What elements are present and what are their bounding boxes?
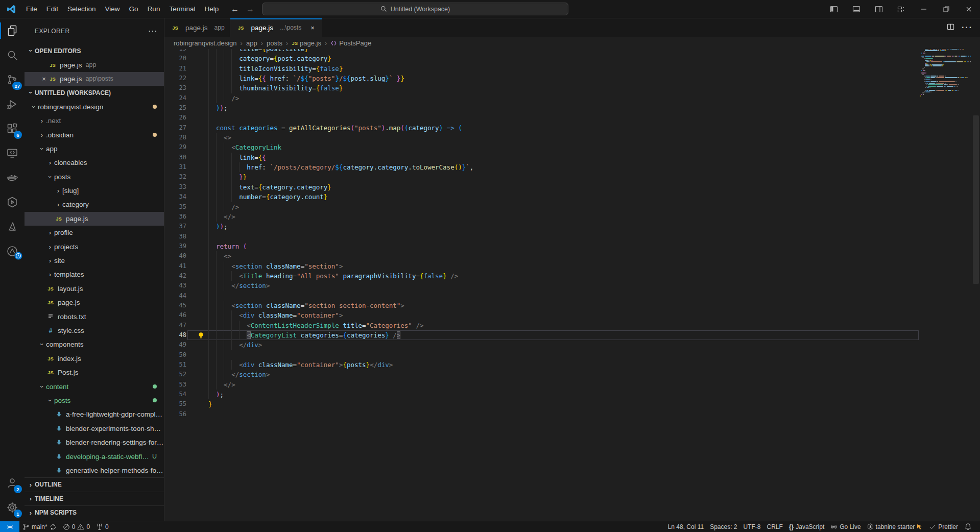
code-line-37[interactable]: 37)); (164, 222, 919, 231)
code-line-36[interactable]: 36</> (164, 212, 919, 222)
tree-folder-profile[interactable]: ›profile (25, 226, 164, 239)
status-item-right-8[interactable] (961, 521, 975, 532)
code-line-43[interactable]: 43</section> (164, 281, 919, 291)
code-line-45[interactable]: 45<section className="section section-co… (164, 301, 919, 310)
tree-file-blender-experiments-toon-shaded...[interactable]: blender-experiments-toon-shaded... (25, 422, 164, 436)
breadcrumb-item[interactable]: app (246, 39, 257, 47)
code-line-20[interactable]: 20category={post.category} (164, 54, 919, 63)
code-line-47[interactable]: 47<ContentListHeaderSimple title="Catego… (164, 321, 919, 330)
code-line-46[interactable]: 46<div className="container"> (164, 310, 919, 320)
minimap[interactable] (920, 44, 971, 98)
status-item-right-3[interactable]: CRLF (764, 521, 786, 532)
tree-file-post.js[interactable]: JSPost.js (25, 366, 164, 379)
code-line-51[interactable]: 51<div className="container">{posts}</di… (164, 360, 919, 370)
tree-folder-app[interactable]: ›app (25, 142, 164, 156)
activity-code-time-icon[interactable] (0, 239, 25, 263)
tree-file-a-free-lightweight-gdpr-compliant...[interactable]: a-free-lightweight-gdpr-compliant... (25, 407, 164, 421)
nav-forward-icon[interactable]: → (246, 5, 254, 14)
code-line-21[interactable]: 21titleIconVisibility={false} (164, 64, 919, 74)
status-item-left-1[interactable]: 00 (60, 521, 93, 532)
section-workspace[interactable]: ›UNTITLED (WORKSPACE) (25, 86, 164, 100)
menu-file[interactable]: File (21, 1, 42, 18)
code-line-56[interactable]: 56 (164, 409, 919, 419)
code-line-33[interactable]: 33text={category.category} (164, 182, 919, 192)
status-item-right-4[interactable]: {}JavaScript (786, 521, 827, 532)
activity-explorer-icon[interactable] (0, 18, 25, 43)
close-icon[interactable]: × (40, 75, 48, 83)
tree-folder-.next[interactable]: ›.next (25, 114, 164, 128)
remote-indicator[interactable]: >< (0, 521, 19, 532)
tree-folder-posts[interactable]: ›posts (25, 394, 164, 407)
code-line-26[interactable]: 26 (164, 113, 919, 123)
tree-folder-cloneables[interactable]: ›cloneables (25, 156, 164, 170)
toggle-primary-sidebar-icon[interactable] (823, 0, 845, 18)
tree-folder-site[interactable]: ›site (25, 254, 164, 268)
tree-folder-content[interactable]: ›content (25, 379, 164, 393)
toggle-secondary-sidebar-icon[interactable] (868, 0, 890, 18)
code-line-31[interactable]: 31href: `/posts/category/${category.cate… (164, 162, 919, 172)
code-line-28[interactable]: 28<> (164, 133, 919, 142)
tree-folder-robingranqvist.design[interactable]: ›robingranqvist.design (25, 100, 164, 114)
open-editor-item[interactable]: ×JSpage.jsapp\posts (25, 72, 164, 86)
tree-folder-projects[interactable]: ›projects (25, 239, 164, 253)
code-line-53[interactable]: 53</> (164, 380, 919, 390)
status-item-right-6[interactable]: tabnine starter (864, 521, 926, 532)
status-item-right-1[interactable]: Spaces: 2 (707, 521, 740, 532)
editor-tab[interactable]: JSpage.js...\posts× (230, 18, 323, 37)
tree-file-index.js[interactable]: JSindex.js (25, 352, 164, 366)
menu-terminal[interactable]: Terminal (164, 1, 200, 18)
breadcrumb-item[interactable]: JSpage.js (292, 39, 321, 47)
menu-view[interactable]: View (101, 1, 125, 18)
menu-help[interactable]: Help (200, 1, 223, 18)
explorer-more-actions-icon[interactable]: ··· (149, 28, 158, 35)
code-line-30[interactable]: 30link={{ (164, 153, 919, 162)
code-line-38[interactable]: 38 (164, 232, 919, 241)
breadcrumb-item[interactable]: posts (267, 39, 282, 47)
code-line-34[interactable]: 34number={category.count} (164, 192, 919, 202)
code-line-49[interactable]: 49</div> (164, 340, 919, 350)
code-line-52[interactable]: 52</section> (164, 370, 919, 379)
status-item-right-5[interactable]: Go Live (827, 521, 864, 532)
tree-file-robots.txt[interactable]: robots.txt (25, 309, 164, 323)
menu-selection[interactable]: Selection (63, 1, 101, 18)
menu-go[interactable]: Go (125, 1, 143, 18)
code-line-25[interactable]: 25)); (164, 103, 919, 113)
activity-source-control-icon[interactable]: 27 (0, 67, 25, 92)
nav-back-icon[interactable]: ← (231, 5, 239, 14)
status-item-left-2[interactable]: 0 (93, 521, 112, 532)
open-editor-item[interactable]: JSpage.jsapp (25, 58, 164, 71)
code-line-24[interactable]: 24/> (164, 93, 919, 103)
status-item-right-7[interactable]: Prettier (926, 521, 961, 532)
status-item-right-0[interactable]: Ln 48, Col 11 (665, 521, 707, 532)
activity-azure-icon[interactable] (0, 214, 25, 239)
breadcrumb-item[interactable]: robingranqvist.design (174, 39, 237, 47)
status-item-left-0[interactable]: main* (19, 521, 60, 532)
code-line-44[interactable]: 44 (164, 291, 919, 301)
code-line-22[interactable]: 22link={{ href: `/${"posts"}/${post.slug… (164, 74, 919, 83)
section-outline[interactable]: ›OUTLINE (25, 477, 164, 491)
tree-folder-.obsidian[interactable]: ›.obsidian (25, 128, 164, 141)
code-line-42[interactable]: 42<Title heading="All posts" paragraphVi… (164, 271, 919, 281)
lightbulb-icon[interactable] (187, 330, 208, 340)
code-line-40[interactable]: 40<> (164, 251, 919, 261)
activity-package-icon[interactable] (0, 190, 25, 214)
editor-tab[interactable]: JSpage.jsapp (164, 18, 230, 37)
section-npm-scripts[interactable]: ›NPM SCRIPTS (25, 505, 164, 519)
editor-more-actions-icon[interactable]: ··· (962, 23, 973, 32)
tree-file-developing-a-static-webflow-...[interactable]: developing-a-static-webflow-...U (25, 449, 164, 463)
code-line-55[interactable]: 55} (164, 399, 919, 409)
close-window-icon[interactable] (958, 0, 980, 18)
tree-file-layout.js[interactable]: JSlayout.js (25, 282, 164, 296)
close-tab-icon[interactable]: × (308, 24, 317, 32)
menu-run[interactable]: Run (143, 1, 165, 18)
activity-settings-gear-icon[interactable]: 1 (0, 495, 25, 520)
code-line-39[interactable]: 39return ( (164, 241, 919, 251)
code-line-54[interactable]: 54); (164, 390, 919, 399)
code-line-48[interactable]: 48<CategoryList categories={categories} … (164, 330, 919, 340)
code-line-29[interactable]: 29<CategoryLink (164, 142, 919, 152)
activity-run-debug-icon[interactable] (0, 92, 25, 116)
section-open-editors[interactable]: ›OPEN EDITORS (25, 44, 164, 58)
split-editor-icon[interactable] (947, 23, 954, 33)
tree-file-page.js[interactable]: JSpage.js (25, 296, 164, 309)
code-line-41[interactable]: 41<section className="section"> (164, 261, 919, 271)
